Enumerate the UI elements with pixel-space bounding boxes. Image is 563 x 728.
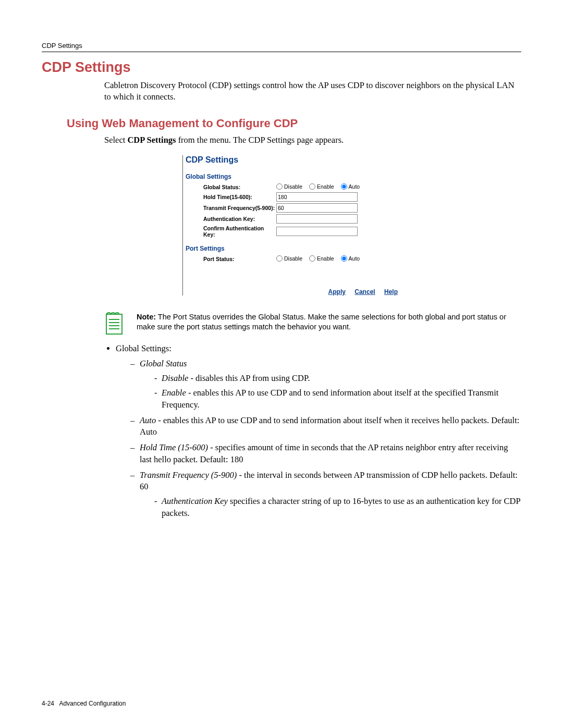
- cancel-link[interactable]: Cancel: [354, 288, 375, 295]
- input-auth-key[interactable]: [276, 214, 358, 224]
- note-body: The Port Status overrides the Global Sta…: [137, 313, 506, 331]
- radio-port-enable[interactable]: Enable: [309, 255, 334, 262]
- page-number: 4-24: [42, 700, 54, 707]
- input-hold-time[interactable]: [276, 192, 358, 202]
- svg-rect-0: [106, 314, 122, 334]
- row-global-status: Global Status: Disable Enable Auto: [203, 183, 400, 191]
- row-transmit-freq: Transmit Frequency(5-900):: [203, 203, 400, 213]
- port-status-radios: Disable Enable Auto: [276, 255, 365, 263]
- bullet-auto: Auto - enables this AP to use CDP and to…: [130, 415, 521, 438]
- lead-bold: CDP Settings: [127, 135, 176, 145]
- port-settings-heading: Port Settings: [186, 245, 400, 252]
- label-confirm-auth-key: Confirm Authentication Key:: [203, 225, 276, 238]
- row-confirm-auth-key: Confirm Authentication Key:: [203, 225, 400, 238]
- bullet-top: Global Settings: Global Status Disable -…: [116, 343, 521, 519]
- label-port-status: Port Status:: [203, 256, 276, 262]
- radio-port-auto[interactable]: Auto: [341, 255, 360, 262]
- page-footer: 4-24 Advanced Configuration: [42, 700, 126, 707]
- bullet-authkey: Authentication Key specifies a character…: [154, 496, 521, 519]
- bullet-top-label: Global Settings:: [116, 343, 172, 353]
- label-transmit-freq: Transmit Frequency(5-900):: [203, 205, 276, 211]
- bullet-list: Global Settings: Global Status Disable -…: [104, 343, 521, 519]
- global-settings-heading: Global Settings: [186, 173, 400, 180]
- label-auth-key: Authentication Key:: [203, 216, 276, 222]
- header-rule: [42, 52, 521, 52]
- row-port-status: Port Status: Disable Enable Auto: [203, 255, 400, 263]
- input-confirm-auth-key[interactable]: [276, 227, 358, 236]
- cdp-settings-panel: CDP Settings Global Settings Global Stat…: [182, 155, 400, 295]
- note-block: Note: The Port Status overrides the Glob…: [104, 311, 521, 336]
- subsection-title: Using Web Management to Configure CDP: [67, 117, 521, 130]
- global-status-radios: Disable Enable Auto: [276, 183, 365, 191]
- global-status-italic: Global Status: [140, 359, 187, 368]
- section-intro: Cabletron Discovery Protocol (CDP) setti…: [104, 80, 521, 103]
- note-icon: [104, 311, 126, 336]
- lead-post: from the menu. The CDP Settings page app…: [176, 135, 344, 145]
- radio-global-disable[interactable]: Disable: [276, 183, 302, 190]
- subsection-lead: Select CDP Settings from the menu. The C…: [104, 134, 521, 146]
- apply-link[interactable]: Apply: [328, 288, 346, 295]
- section-title: CDP Settings: [42, 59, 521, 76]
- running-header: CDP Settings: [42, 42, 521, 50]
- chapter-name: Advanced Configuration: [59, 700, 126, 707]
- input-transmit-freq[interactable]: [276, 203, 358, 213]
- bullet-global-status: Global Status Disable - disables this AP…: [130, 358, 521, 411]
- radio-global-enable[interactable]: Enable: [309, 183, 334, 190]
- help-link[interactable]: Help: [384, 288, 398, 295]
- bullet-disable: Disable - disables this AP from using CD…: [154, 373, 521, 384]
- lead-pre: Select: [104, 135, 127, 145]
- label-global-status: Global Status:: [203, 184, 276, 190]
- radio-global-auto[interactable]: Auto: [341, 183, 360, 190]
- bullet-hold: Hold Time (15-600) - specifies amount of…: [130, 442, 521, 465]
- row-hold-time: Hold Time(15-600):: [203, 192, 400, 202]
- row-auth-key: Authentication Key:: [203, 214, 400, 224]
- bullet-enable: Enable - enables this AP to use CDP and …: [154, 387, 521, 411]
- bullet-tx: Transmit Frequency (5-900) - the interva…: [130, 470, 521, 519]
- label-hold-time: Hold Time(15-600):: [203, 194, 276, 200]
- radio-port-disable[interactable]: Disable: [276, 255, 302, 262]
- note-text: Note: The Port Status overrides the Glob…: [137, 312, 521, 332]
- panel-footer-links: Apply Cancel Help: [321, 288, 398, 295]
- panel-title: CDP Settings: [186, 155, 400, 165]
- note-prefix: Note:: [137, 313, 156, 321]
